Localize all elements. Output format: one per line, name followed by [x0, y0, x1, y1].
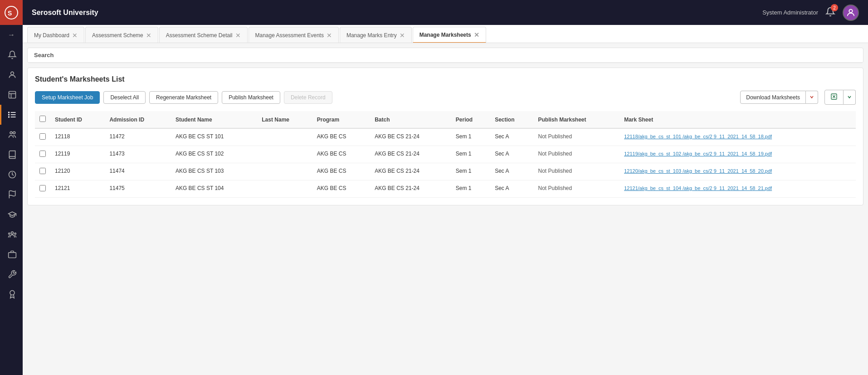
topbar: Serosoft University System Administrator…: [23, 0, 868, 25]
tab-assessment-scheme-close[interactable]: ✕: [146, 32, 151, 39]
cell-student-name-2: AKG BE CS ST 103: [171, 163, 257, 180]
tab-assessment-scheme-detail-close[interactable]: ✕: [235, 32, 241, 39]
sidebar-item-tools[interactable]: [0, 264, 23, 284]
row-checkbox-2[interactable]: [39, 168, 46, 174]
svg-point-16: [11, 232, 13, 234]
sidebar-item-reports[interactable]: [0, 185, 23, 205]
cell-program-0: AKG BE CS: [312, 128, 370, 146]
cell-publish-marksheet-1: Not Published: [533, 146, 619, 163]
download-marksheets-button[interactable]: Download Marksheets: [740, 91, 806, 104]
cell-program-2: AKG BE CS: [312, 163, 370, 180]
setup-marksheet-job-button[interactable]: Setup Marksheet Job: [35, 91, 100, 104]
regenerate-marksheet-button[interactable]: Regenerate Marksheet: [149, 91, 218, 104]
download-marksheets-pdf-arrow[interactable]: [806, 91, 818, 104]
tab-assessment-scheme-detail[interactable]: Assessment Scheme Detail ✕: [159, 27, 248, 43]
notification-bell[interactable]: 2: [825, 7, 835, 18]
tab-manage-marksheets-label: Manage Marksheets: [419, 32, 471, 38]
sidebar-item-graduation[interactable]: [0, 205, 23, 224]
sidebar: S →: [0, 0, 23, 375]
col-section: Section: [490, 111, 533, 128]
toolbar: Setup Marksheet Job Deselect All Regener…: [35, 90, 856, 105]
sidebar-item-list[interactable]: [0, 105, 23, 125]
cell-batch-3: AKG BE CS 21-24: [370, 180, 451, 198]
tab-my-dashboard-label: My Dashboard: [34, 32, 69, 39]
table-row: 12118 11472 AKG BE CS ST 101 AKG BE CS A…: [35, 128, 856, 146]
cell-student-id-2: 12120: [50, 163, 105, 180]
sidebar-item-book[interactable]: [0, 145, 23, 165]
cell-mark-sheet-0[interactable]: 12118/akg_be_cs_st_101 /akg_be_cs/2 9_11…: [619, 128, 856, 146]
tabs-bar: My Dashboard ✕ Assessment Scheme ✕ Asses…: [23, 25, 868, 43]
search-panel-header[interactable]: Search: [28, 48, 863, 63]
tab-manage-marksheets[interactable]: Manage Marksheets ✕: [413, 27, 486, 43]
col-program: Program: [312, 111, 370, 128]
app-logo[interactable]: S: [0, 0, 23, 25]
cell-mark-sheet-3[interactable]: 12121/akg_be_cs_st_104 /akg_be_cs/2 9_11…: [619, 180, 856, 198]
tab-manage-assessment-events[interactable]: Manage Assessment Events ✕: [249, 27, 339, 43]
sidebar-item-announcements[interactable]: [0, 45, 23, 65]
tab-manage-marks-entry-label: Manage Marks Entry: [346, 32, 397, 39]
col-student-id: Student ID: [50, 111, 105, 128]
cell-student-id-1: 12119: [50, 146, 105, 163]
sidebar-item-usergroup[interactable]: [0, 224, 23, 244]
cell-student-name-1: AKG BE CS ST 102: [171, 146, 257, 163]
sidebar-item-profile[interactable]: [0, 65, 23, 85]
tab-manage-assessment-events-close[interactable]: ✕: [327, 32, 332, 39]
sidebar-item-finance[interactable]: [0, 165, 23, 185]
svg-point-18: [15, 233, 16, 234]
cell-mark-sheet-2[interactable]: 12120/akg_be_cs_st_103 /akg_be_cs/2 9_11…: [619, 163, 856, 180]
cell-batch-2: AKG BE CS 21-24: [370, 163, 451, 180]
tab-my-dashboard-close[interactable]: ✕: [72, 32, 78, 39]
tab-manage-marks-entry[interactable]: Manage Marks Entry ✕: [340, 27, 412, 43]
cell-period-3: Sem 1: [451, 180, 490, 198]
cell-student-id-0: 12118: [50, 128, 105, 146]
sidebar-item-people[interactable]: [0, 125, 23, 145]
row-checkbox-0[interactable]: [39, 133, 46, 140]
cell-batch-0: AKG BE CS 21-24: [370, 128, 451, 146]
cell-mark-sheet-1[interactable]: 12119/akg_be_cs_st_102 /akg_be_cs/2 9_11…: [619, 146, 856, 163]
table-row: 12121 11475 AKG BE CS ST 104 AKG BE CS A…: [35, 180, 856, 198]
svg-point-12: [10, 131, 12, 134]
tab-manage-marksheets-close[interactable]: ✕: [474, 32, 479, 38]
cell-batch-1: AKG BE CS 21-24: [370, 146, 451, 163]
cell-student-name-3: AKG BE CS ST 104: [171, 180, 257, 198]
download-xls-arrow[interactable]: [844, 90, 856, 105]
cell-student-name-0: AKG BE CS ST 101: [171, 128, 257, 146]
user-avatar[interactable]: [843, 5, 859, 21]
cell-last-name-3: [257, 180, 312, 198]
col-period: Period: [451, 111, 490, 128]
tab-assessment-scheme-detail-label: Assessment Scheme Detail: [166, 32, 233, 39]
svg-rect-19: [8, 253, 16, 258]
svg-point-21: [849, 9, 852, 12]
delete-record-button: Delete Record: [284, 91, 332, 104]
deselect-all-button[interactable]: Deselect All: [103, 91, 146, 104]
download-xls-button[interactable]: [824, 90, 844, 105]
students-table: Student ID Admission ID Student Name Las…: [35, 111, 856, 198]
svg-rect-3: [9, 92, 15, 98]
cell-period-1: Sem 1: [451, 146, 490, 163]
tab-assessment-scheme[interactable]: Assessment Scheme ✕: [85, 27, 158, 43]
app-title: Serosoft University: [32, 9, 98, 17]
col-batch: Batch: [370, 111, 451, 128]
row-checkbox-3[interactable]: [39, 185, 46, 191]
sidebar-item-briefcase[interactable]: [0, 244, 23, 264]
row-checkbox-1[interactable]: [39, 151, 46, 157]
svg-point-13: [13, 131, 15, 134]
cell-publish-marksheet-0: Not Published: [533, 128, 619, 146]
col-publish-marksheet: Publish Marksheet: [533, 111, 619, 128]
sidebar-item-certificate[interactable]: [0, 284, 23, 304]
svg-text:S: S: [8, 10, 12, 17]
cell-period-0: Sem 1: [451, 128, 490, 146]
select-all-checkbox[interactable]: [39, 116, 46, 122]
sidebar-item-gradebook[interactable]: [0, 85, 23, 105]
toolbar-right: Download Marksheets: [740, 90, 856, 105]
svg-point-11: [8, 117, 9, 117]
svg-point-9: [8, 112, 9, 113]
cell-section-2: Sec A: [490, 163, 533, 180]
sidebar-collapse-button[interactable]: →: [0, 25, 23, 45]
publish-marksheet-button[interactable]: Publish Marksheet: [222, 91, 280, 104]
svg-point-17: [8, 233, 10, 234]
col-last-name: Last Name: [257, 111, 312, 128]
pdf-download-group: Download Marksheets: [740, 91, 818, 104]
tab-manage-marks-entry-close[interactable]: ✕: [400, 32, 405, 39]
tab-my-dashboard[interactable]: My Dashboard ✕: [27, 27, 84, 43]
